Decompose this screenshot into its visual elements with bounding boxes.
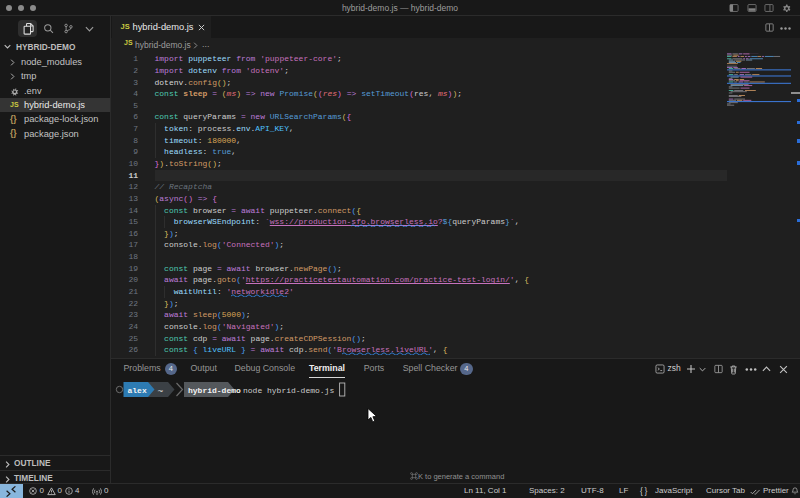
svg-text:alex: alex <box>128 386 147 395</box>
svg-text:~: ~ <box>158 386 164 397</box>
svg-text:node hybrid-demo.js: node hybrid-demo.js <box>243 386 334 395</box>
svg-text:hybrid-demo: hybrid-demo <box>188 386 241 395</box>
